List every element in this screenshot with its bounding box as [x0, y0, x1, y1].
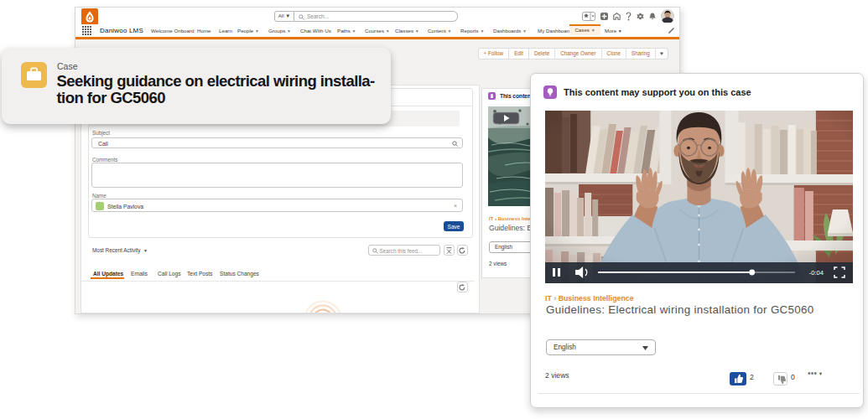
svg-text:-0:04: -0:04: [809, 269, 824, 277]
